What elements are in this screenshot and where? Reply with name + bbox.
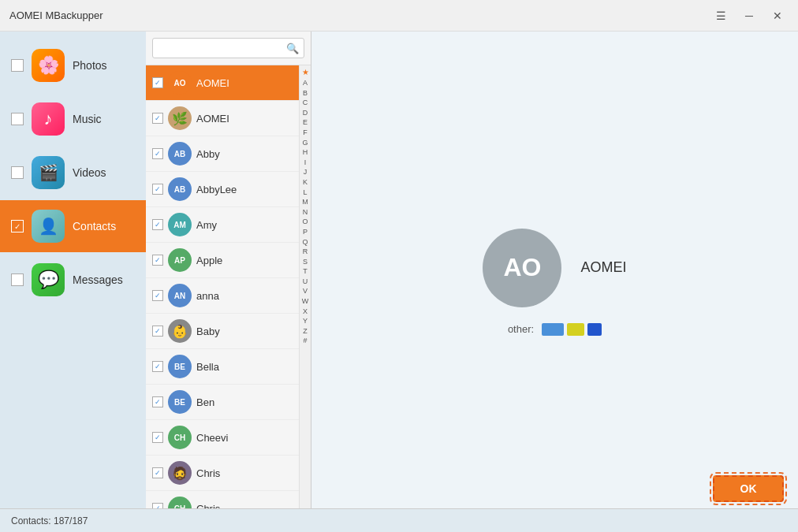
alpha-c[interactable]: C [301,98,310,108]
sidebar-item-contacts[interactable]: ✓ 👤 Contacts [0,200,146,252]
contact-name: anna [196,290,293,302]
alpha-j[interactable]: J [302,167,309,177]
avatar: AN [168,284,192,307]
sidebar-item-music[interactable]: ♪ Music [0,93,146,145]
photos-checkbox[interactable] [11,59,24,72]
alpha-y[interactable]: Y [301,316,309,326]
sidebar-item-photos[interactable]: 🌸 Photos [0,39,146,91]
avatar: BE [168,390,192,414]
detail-other: other: [508,323,602,336]
alpha-p[interactable]: P [301,227,309,237]
other-label: other: [508,323,534,335]
alpha-x[interactable]: X [301,307,309,317]
contacts-label: Contacts [73,220,116,233]
alpha-q[interactable]: Q [300,237,309,247]
contact-name: Chris [196,467,293,479]
alpha-index: ★ A B C D E F G H I J K L M N O P Q R S [299,65,311,532]
music-checkbox[interactable] [11,113,24,125]
contact-checkbox[interactable]: ✓ [152,184,163,195]
avatar: AP [168,248,192,272]
contact-checkbox[interactable]: ✓ [152,77,163,88]
detail-panel: AO AOMEI other: [311,32,798,532]
alpha-i[interactable]: I [303,158,308,168]
avatar: AM [168,213,192,236]
contact-name: Baby [196,326,293,337]
alpha-star[interactable]: ★ [300,67,311,78]
alpha-e[interactable]: E [301,117,309,128]
alpha-hash[interactable]: # [301,336,308,346]
contact-item[interactable]: ✓ BE Ben [146,385,299,420]
alpha-s[interactable]: S [301,257,309,267]
contact-item[interactable]: ✓ 🧔 Chris [146,456,299,491]
contact-name: AOMEI [196,77,293,89]
contact-item[interactable]: ✓ BE Bella [146,349,299,385]
music-label: Music [73,113,102,125]
contact-checkbox[interactable]: ✓ [152,432,163,443]
close-button[interactable]: ✕ [766,5,789,27]
window-controls: ☰ ─ ✕ [710,5,789,27]
alpha-k[interactable]: K [301,177,309,188]
ok-button-wrap: OK [713,475,784,502]
contact-item[interactable]: ✓ AN anna [146,278,299,314]
contact-checkbox[interactable]: ✓ [152,290,163,301]
alpha-m[interactable]: M [300,197,310,207]
search-wrap: 🔍 [152,38,304,58]
videos-icon: 🎬 [32,156,65,189]
videos-checkbox[interactable] [11,166,24,179]
search-input[interactable] [152,38,304,58]
contact-checkbox[interactable]: ✓ [152,255,163,266]
photos-icon: 🌸 [32,49,65,82]
alpha-a[interactable]: A [301,78,309,88]
contact-item[interactable]: ✓ AB Abby [146,136,299,172]
photos-label: Photos [73,59,107,72]
alpha-n[interactable]: N [301,207,310,218]
alpha-b[interactable]: B [301,88,309,99]
contact-panel: 🔍 ✓ AO AOMEI ✓ 🌿 AOMEI [146,32,311,532]
contact-item[interactable]: ✓ AP Apple [146,243,299,278]
contact-item[interactable]: ✓ 👶 Baby [146,314,299,349]
contact-checkbox[interactable]: ✓ [152,113,163,124]
alpha-w[interactable]: W [300,296,311,307]
alpha-z[interactable]: Z [301,326,309,337]
alpha-t[interactable]: T [301,266,309,277]
color-bar-1 [542,323,564,336]
sidebar-item-messages[interactable]: 💬 Messages [0,254,146,306]
contact-name: Abby [196,148,293,160]
detail-name: AOMEI [580,259,626,276]
contact-checkbox[interactable]: ✓ [152,361,163,372]
contact-list-wrap: ✓ AO AOMEI ✓ 🌿 AOMEI ✓ AB Abby [146,65,311,532]
contact-checkbox[interactable]: ✓ [152,326,163,337]
alpha-h[interactable]: H [301,147,310,158]
alpha-v[interactable]: V [301,286,309,296]
alpha-d[interactable]: D [301,108,310,118]
alpha-r[interactable]: R [301,247,310,257]
alpha-g[interactable]: G [300,138,309,148]
contact-item[interactable]: ✓ AB AbbyLee [146,172,299,207]
avatar: BE [168,355,192,378]
alpha-o[interactable]: O [300,217,309,227]
contact-item[interactable]: ✓ AM Amy [146,207,299,243]
messages-icon: 💬 [32,263,65,296]
sidebar-item-videos[interactable]: 🎬 Videos [0,147,146,199]
contact-checkbox[interactable]: ✓ [152,467,163,478]
minimize-button[interactable]: ─ [738,5,760,27]
alpha-f[interactable]: F [301,128,309,138]
contacts-checkbox[interactable]: ✓ [11,220,24,233]
ok-button[interactable]: OK [713,475,784,502]
contacts-icon: 👤 [32,210,65,243]
contact-checkbox[interactable]: ✓ [152,148,163,159]
contact-item[interactable]: ✓ AO AOMEI [146,65,299,101]
avatar: 🧔 [168,461,192,485]
alpha-l[interactable]: L [301,188,308,198]
titlebar: AOMEI MBackupper ☰ ─ ✕ [0,0,798,32]
contact-name: AbbyLee [196,184,293,195]
videos-label: Videos [73,166,106,179]
menu-button[interactable]: ☰ [710,5,732,27]
contact-list: ✓ AO AOMEI ✓ 🌿 AOMEI ✓ AB Abby [146,65,299,532]
contact-checkbox[interactable]: ✓ [152,396,163,407]
messages-checkbox[interactable] [11,273,24,286]
contact-checkbox[interactable]: ✓ [152,219,163,230]
alpha-u[interactable]: U [301,277,310,287]
contact-item[interactable]: ✓ 🌿 AOMEI [146,101,299,136]
contact-item[interactable]: ✓ CH Cheevi [146,420,299,456]
